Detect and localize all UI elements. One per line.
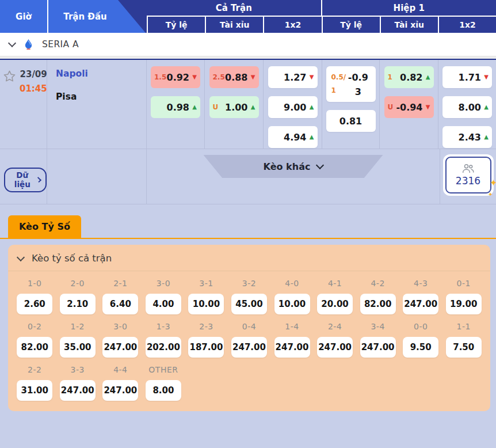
score-cell: 3-0247.00 <box>99 322 142 358</box>
tab-gio[interactable]: Giờ <box>0 0 48 33</box>
score-odds-button[interactable]: 45.00 <box>231 294 267 314</box>
score-odds-button[interactable]: 82.00 <box>17 337 52 358</box>
score-cell: 4-3247.00 <box>399 279 442 314</box>
score-odds-button[interactable]: 2.10 <box>60 294 96 314</box>
handicap-line: 1.5 <box>154 73 166 81</box>
score-odds-button[interactable]: 6.40 <box>102 294 138 314</box>
under-label: U <box>388 103 394 111</box>
score-odds-button[interactable]: 10.00 <box>188 294 224 314</box>
score-odds-button[interactable]: 247.00 <box>102 337 138 358</box>
score-odds-button[interactable]: 8.00 <box>146 380 181 401</box>
score-label: 1-1 <box>457 322 471 331</box>
score-label: 1-2 <box>71 322 85 331</box>
odds-value: 0.88 <box>225 72 247 83</box>
odds-full-home-win[interactable]: 1.27 ▼ <box>268 66 318 88</box>
tab-correct-score[interactable]: Kèo Tỷ Số <box>8 215 81 238</box>
odds-value: 1.71 <box>459 72 481 83</box>
odds-half-handicap-home[interactable]: 0.5/ 1 -0.9 3 <box>326 66 376 102</box>
score-cell: 2-16.40 <box>99 279 142 314</box>
score-odds-button[interactable]: 247.00 <box>317 337 353 358</box>
match-date: 23/09 <box>20 69 47 79</box>
score-label: 4-1 <box>328 279 342 288</box>
odds-full-under[interactable]: U 1.00 ▲ <box>209 96 259 118</box>
league-logo-icon <box>24 39 33 50</box>
chevron-down-icon <box>316 161 324 169</box>
data-button-label: Dữ liệu <box>11 170 34 189</box>
score-row: 0-282.001-235.003-0247.001-3202.002-3187… <box>8 322 490 358</box>
score-label: 4-3 <box>414 279 428 288</box>
trend-arrow-icon: ▼ <box>248 74 255 80</box>
score-odds-button[interactable]: 82.00 <box>360 294 396 314</box>
score-cell: 2-231.00 <box>13 365 56 401</box>
score-odds-button[interactable]: 35.00 <box>60 337 96 358</box>
score-odds-button[interactable]: 187.00 <box>188 337 224 358</box>
odds-value: 0.98 <box>167 102 189 113</box>
trend-arrow-icon: ▼ <box>423 104 430 110</box>
under-label: U <box>213 103 219 111</box>
score-odds-button[interactable]: 247.00 <box>360 337 396 358</box>
odds-value: 8.00 <box>459 102 481 113</box>
match-row: 23/09 01:45 Napoli Pisa 1.5 0.92 ▼ 0.98 … <box>0 60 496 149</box>
score-cell: 0-09.50 <box>399 322 442 358</box>
score-cell: 3-245.00 <box>228 279 271 314</box>
odds-full-handicap-home[interactable]: 1.5 0.92 ▼ <box>151 66 200 88</box>
viewers-count: 2316 <box>456 175 480 187</box>
odds-full-draw[interactable]: 4.94 ▲ <box>268 126 318 148</box>
odds-full-over[interactable]: 2.5 0.88 ▼ <box>209 66 259 88</box>
total-line: 1 <box>388 73 392 81</box>
chevron-down-icon[interactable] <box>17 253 25 261</box>
odds-half-handicap-away[interactable]: 0.81 <box>326 110 376 132</box>
full-overunder-column: 2.5 0.88 ▼ U 1.00 ▲ <box>205 60 264 149</box>
score-odds-button[interactable]: 247.00 <box>102 380 138 401</box>
score-odds-button[interactable]: 247.00 <box>231 337 267 358</box>
score-label: 2-2 <box>28 365 41 374</box>
odds-value: 0.92 <box>167 72 189 83</box>
odds-half-over[interactable]: 1 0.82 ▲ <box>384 66 434 88</box>
odds-half-away-win[interactable]: 8.00 ▲ <box>442 96 492 118</box>
column-full-overunder[interactable]: Tài xỉu <box>205 17 263 33</box>
score-odds-button[interactable]: 10.00 <box>274 294 310 314</box>
score-label: 2-4 <box>328 322 342 331</box>
score-odds-button[interactable]: 4.00 <box>146 294 181 314</box>
odds-value: -0.94 <box>396 102 422 113</box>
score-odds-grid: 1-02.602-02.102-16.403-04.003-110.003-24… <box>8 279 490 401</box>
score-label: 4-0 <box>285 279 299 288</box>
score-odds-button[interactable]: 247.00 <box>403 294 438 314</box>
data-button[interactable]: Dữ liệu <box>4 168 47 192</box>
score-cell: 1-17.50 <box>442 322 485 358</box>
favorite-star-icon[interactable] <box>3 70 16 149</box>
odds-full-handicap-away[interactable]: 0.98 ▲ <box>151 96 200 118</box>
tab-tran-dau[interactable]: Trận Đấu <box>48 0 122 33</box>
score-odds-button[interactable]: 247.00 <box>274 337 310 358</box>
column-half-1x2[interactable]: 1x2 <box>438 17 496 33</box>
column-half-handicap[interactable]: Tỷ lệ <box>322 17 380 33</box>
score-odds-button[interactable]: 19.00 <box>446 294 482 314</box>
column-full-1x2[interactable]: 1x2 <box>263 17 321 33</box>
score-odds-button[interactable]: 9.50 <box>403 337 438 358</box>
odds-value: 1.27 <box>284 72 306 83</box>
odds-half-home-win[interactable]: 1.71 ▼ <box>442 66 492 88</box>
half-overunder-column: 1 0.82 ▲ U -0.94 ▼ <box>380 60 438 149</box>
score-odds-button[interactable]: 31.00 <box>17 380 52 401</box>
chevron-right-icon <box>36 177 41 183</box>
score-cell: 4-4247.00 <box>99 365 142 401</box>
score-label: 3-4 <box>371 322 384 331</box>
score-odds-button[interactable]: 247.00 <box>60 380 96 401</box>
score-odds-button[interactable]: 20.00 <box>317 294 353 314</box>
chevron-down-icon[interactable] <box>8 39 16 47</box>
score-cell: 3-4247.00 <box>356 322 399 358</box>
correct-score-panel: Kèo tỷ số cả trận 1-02.602-02.102-16.403… <box>8 245 490 411</box>
score-odds-button[interactable]: 202.00 <box>146 337 181 358</box>
viewers-count-box[interactable]: 2316 ✦ ✦ <box>443 154 494 196</box>
odds-value: 2.43 <box>459 132 481 143</box>
column-full-handicap[interactable]: Tỷ lệ <box>147 17 205 33</box>
odds-half-draw[interactable]: 2.43 ▲ <box>442 126 492 148</box>
tab-underline <box>0 238 496 239</box>
score-odds-button[interactable]: 2.60 <box>17 294 52 314</box>
score-odds-button[interactable]: 7.50 <box>446 337 482 358</box>
column-half-overunder[interactable]: Tài xỉu <box>380 17 438 33</box>
odds-full-away-win[interactable]: 9.00 ▲ <box>268 96 318 118</box>
odds-half-under[interactable]: U -0.94 ▼ <box>384 96 434 118</box>
more-odds-button[interactable]: Kèo khác <box>204 155 383 178</box>
trend-arrow-icon: ▲ <box>481 104 489 110</box>
